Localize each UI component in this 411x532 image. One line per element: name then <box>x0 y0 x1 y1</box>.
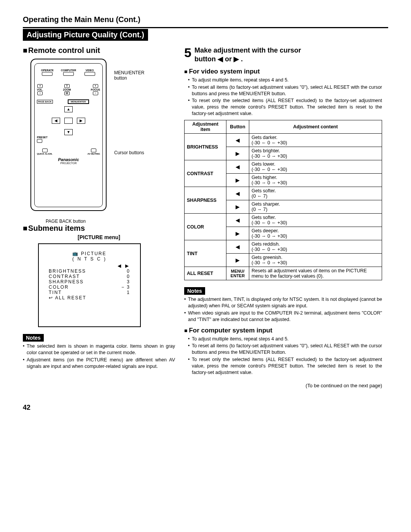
computer-bullet-1: To adjust multiple items, repeat steps 4… <box>188 336 382 342</box>
pm-contrast: CONTRAST <box>49 274 80 279</box>
computer-bullet-2: To reset all items (to factory-set adjus… <box>188 343 382 356</box>
video-bullet-3: To reset only the selected items (ALL RE… <box>188 97 382 117</box>
quick-align-label: QUICK ALIGN. <box>37 153 53 155</box>
color-l1: Gets softer. <box>252 215 276 220</box>
row-sharpness: SHARPNESS <box>185 187 226 214</box>
menu-enter-cell: MENU/ ENTER <box>226 267 249 280</box>
av-muting-button <box>91 149 96 152</box>
contrast-l1: Gets lower. <box>252 161 276 167</box>
zoom-t: T <box>64 84 70 88</box>
sharpness-r2: (0 → 7) <box>252 207 268 212</box>
pm-contrast-val: 0 <box>127 274 130 279</box>
brightness-l2: (-30 ← 0 ← +30) <box>252 140 287 145</box>
sharpness-l2: (0 ← 7) <box>252 193 268 199</box>
pm-brightness: BRIGHTNESS <box>49 268 86 274</box>
cursor-center <box>64 118 73 124</box>
vol-minus: − <box>37 91 43 95</box>
focus-minus: − <box>93 91 98 95</box>
color-l2: (-30 ← 0 ← +30) <box>252 220 287 225</box>
page-back-button: PAGE BACK <box>37 100 53 104</box>
video-bullet-1: To adjust multiple items, repeat steps 4… <box>188 77 382 83</box>
projector-label: PROJECTOR <box>37 162 100 165</box>
step-5-text-a: Make adjustment with the cursor <box>194 46 301 54</box>
left-arrow-icon: ◀ <box>226 160 249 174</box>
video-note-2: When video signals are input to the COMP… <box>184 310 382 323</box>
th-button: Button <box>226 120 249 134</box>
reset-icon: ↩ <box>49 295 53 300</box>
vol-plus: + <box>37 84 43 88</box>
menu-enter-callout: MENU/ENTER button <box>114 70 152 81</box>
zoom-w: W <box>64 91 70 95</box>
right-arrow-icon: ▶ <box>226 174 249 187</box>
tint-r2: (-30 → 0 → +30) <box>252 260 287 265</box>
brand-label: Panasonic <box>37 157 100 162</box>
row-all-reset: ALL RESET <box>185 267 226 280</box>
focus-plus: + <box>93 84 98 88</box>
submenu-heading: Submenu items <box>23 224 175 233</box>
page-number: 42 <box>23 404 388 412</box>
pm-all-reset: ALL RESET <box>55 295 86 300</box>
picture-menu-arrows: ◀ ▶ <box>49 263 130 268</box>
cursor-pad: ▲ ◀ ▶ ▼ <box>49 106 88 137</box>
focus-label: FOCUS <box>91 88 100 91</box>
th-item: Adjustment item <box>185 120 226 134</box>
remote-heading: Remote control unit <box>23 46 175 55</box>
cursor-up-icon: ▲ <box>64 106 73 112</box>
contrast-r2: (-30 → 0 → +30) <box>252 180 287 185</box>
cursor-right-icon: ▶ <box>77 118 85 124</box>
continued-note: (To be continued on the next page) <box>184 383 382 388</box>
video-note-1: The adjustment item, TINT, is displayed … <box>184 296 382 309</box>
left-arrow-icon: ◀ <box>226 134 249 147</box>
page-top-heading: Operating the Main Menu (Cont.) <box>23 15 388 24</box>
section-banner: Adjusting Picture Quality (Cont.) <box>23 29 148 41</box>
color-r2: (-30 → 0 → +30) <box>252 233 287 239</box>
tint-r1: Gets greenish. <box>252 255 282 260</box>
menu-enter-button: MENU/ENTER <box>68 99 89 104</box>
th-content: Adjustment content <box>249 120 382 134</box>
vol-label: VOL. <box>37 88 43 91</box>
zoom-label: ZOOM <box>63 88 71 91</box>
computer-input-heading: For computer system input <box>184 327 382 334</box>
left-arrow-icon: ◀ <box>226 187 249 200</box>
brightness-l1: Gets darker. <box>252 135 277 140</box>
right-arrow-icon: ▶ <box>226 200 249 214</box>
row-color: COLOR <box>185 214 226 240</box>
adjustment-table: Adjustment item Button Adjustment conten… <box>184 120 382 280</box>
right-arrow-icon: ▶ <box>226 254 249 267</box>
all-reset-content: Resets all adjustment values of items on… <box>249 267 382 280</box>
tv-icon: 📺 <box>72 251 79 256</box>
tint-l2: (-30 ← 0 ← +30) <box>252 247 287 252</box>
quick-align-button <box>42 149 48 152</box>
left-arrow-icon: ◀ <box>226 240 249 254</box>
av-muting-label: AV MUTING <box>88 153 100 155</box>
left-note-1: The selected item is shown in magenta co… <box>23 343 175 356</box>
pm-tint: TINT <box>49 290 62 295</box>
pm-brightness-val: 0 <box>127 268 130 274</box>
pm-sharpness-val: 3 <box>127 279 130 284</box>
remote-diagram: OPERATE COMPUTER VIDEO +VOL.− TZOOMW +FO… <box>30 59 107 211</box>
picture-menu-box: 📺 PICTURE ( N T S C ) ◀ ▶ BRIGHTNESS0 CO… <box>38 243 141 327</box>
notes-label-right: Notes <box>184 287 205 295</box>
step-5-text-b: button ◀ or ▶ . <box>194 55 243 63</box>
pm-tint-val: 1 <box>127 290 130 295</box>
left-arrow-icon: ◀ <box>226 214 249 227</box>
row-contrast: CONTRAST <box>185 160 226 187</box>
right-arrow-icon: ▶ <box>226 227 249 240</box>
brightness-r1: Gets brighter. <box>252 148 280 153</box>
row-tint: TINT <box>185 240 226 267</box>
picture-menu-title: PICTURE <box>81 251 107 256</box>
color-r1: Gets deeper. <box>252 228 279 233</box>
picture-menu-caption: [PICTURE menu] <box>23 234 175 240</box>
video-bullet-2: To reset all items (to factory-set adjus… <box>188 84 382 97</box>
video-input-heading: For video system input <box>184 68 382 75</box>
video-label: VIDEO <box>86 69 94 72</box>
contrast-l2: (-30 ← 0 ← +30) <box>252 167 287 172</box>
sharpness-l1: Gets softer. <box>252 188 276 193</box>
left-note-2: Adjustment items (on the PICTURE menu) a… <box>23 357 175 370</box>
contrast-r1: Gets higher. <box>252 175 277 180</box>
cursor-left-icon: ◀ <box>52 118 60 124</box>
step-5-number: 5 <box>184 46 191 59</box>
cursor-buttons-callout: Cursor buttons <box>114 150 144 155</box>
computer-label: COMPUTER <box>61 69 76 72</box>
row-brightness: BRIGHTNESS <box>185 134 226 160</box>
